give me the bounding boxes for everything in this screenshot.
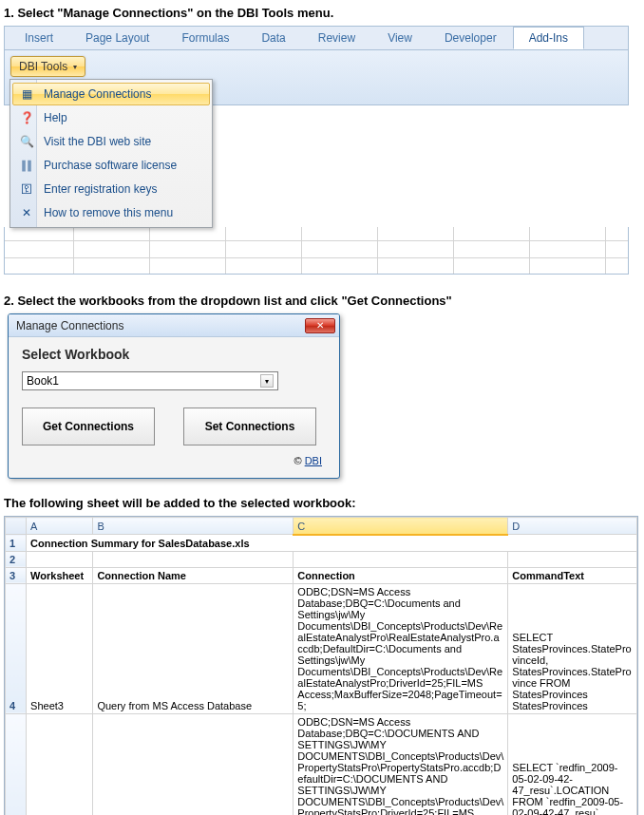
ribbon-tab-review[interactable]: Review bbox=[302, 27, 371, 49]
ribbon-tab-view[interactable]: View bbox=[371, 27, 428, 49]
result-spreadsheet: ABCD1Connection Summary for SalesDatabas… bbox=[4, 516, 638, 815]
sheet-cell[interactable]: Connection Name bbox=[93, 567, 294, 583]
ribbon-tab-insert[interactable]: Insert bbox=[9, 27, 69, 49]
row-header[interactable]: 5 bbox=[6, 713, 27, 815]
spreadsheet-grid-edge bbox=[4, 227, 629, 275]
ribbon-tab-page-layout[interactable]: Page Layout bbox=[69, 27, 165, 49]
menu-item-enter-registration-keys[interactable]: ⚿Enter registration keys bbox=[12, 178, 210, 200]
how-to-remove-this-menu-icon: ✕ bbox=[17, 206, 36, 219]
sheet-cell[interactable]: CommandText bbox=[508, 567, 637, 583]
dropdown-arrow-icon: ▾ bbox=[73, 63, 77, 71]
ribbon-tab-add-ins[interactable]: Add-Ins bbox=[513, 27, 584, 49]
workbook-dropdown-value: Book1 bbox=[27, 374, 260, 388]
sheet-cell[interactable]: SELECT StatesProvinces.StateProvinceId, … bbox=[508, 583, 637, 713]
sheet-cell[interactable]: ODBC;DSN=MS Access Database;DBQ=C:\Docum… bbox=[294, 583, 508, 713]
menu-item-label: Enter registration keys bbox=[44, 182, 157, 196]
dbi-link[interactable]: DBI bbox=[305, 455, 322, 466]
menu-item-visit-the-dbi-web-site[interactable]: 🔍Visit the DBI web site bbox=[12, 130, 210, 153]
ribbon-tab-developer[interactable]: Developer bbox=[428, 27, 513, 49]
sheet-cell[interactable]: Connection bbox=[294, 567, 508, 583]
close-button[interactable]: ✕ bbox=[305, 318, 335, 333]
dialog-titlebar: Manage Connections ✕ bbox=[9, 314, 339, 337]
step2-heading: 2. Select the workbooks from the dropdow… bbox=[4, 294, 640, 308]
workbook-dropdown[interactable]: Book1 ▾ bbox=[22, 371, 278, 390]
sheet-cell[interactable] bbox=[93, 551, 294, 567]
menu-item-label: How to remove this menu bbox=[44, 206, 173, 219]
dbi-tools-dropdown: ▦Manage Connections❓Help🔍Visit the DBI w… bbox=[9, 79, 213, 228]
sheet-cell[interactable]: Sheet1 bbox=[27, 713, 93, 815]
enter-registration-keys-icon: ⚿ bbox=[17, 182, 36, 196]
col-header-C[interactable]: C bbox=[294, 518, 508, 535]
select-workbook-label: Select Workbook bbox=[22, 347, 326, 362]
sheet-cell[interactable]: ODBC;DSN=MS Access Database;DBQ=C:\DOCUM… bbox=[294, 713, 508, 815]
sheet-cell[interactable] bbox=[294, 551, 508, 567]
row-header[interactable]: 3 bbox=[6, 567, 27, 583]
sheet-cell[interactable]: Worksheet bbox=[27, 567, 93, 583]
copyright-line: © DBI bbox=[22, 455, 326, 470]
set-connections-button[interactable]: Set Connections bbox=[183, 408, 316, 445]
menu-item-how-to-remove-this-menu[interactable]: ✕How to remove this menu bbox=[12, 201, 210, 224]
chevron-down-icon: ▾ bbox=[260, 374, 274, 388]
col-header-A[interactable]: A bbox=[27, 518, 93, 535]
menu-item-help[interactable]: ❓Help bbox=[12, 106, 210, 129]
menu-item-label: Manage Connections bbox=[44, 87, 151, 101]
ribbon-tabs: InsertPage LayoutFormulasDataReviewViewD… bbox=[5, 27, 628, 49]
ribbon-tab-data[interactable]: Data bbox=[245, 27, 301, 49]
row-header[interactable]: 2 bbox=[6, 551, 27, 567]
sheet-title-cell[interactable]: Connection Summary for SalesDatabase.xls bbox=[27, 535, 637, 552]
col-header-B[interactable]: B bbox=[93, 518, 294, 535]
sheet-cell[interactable]: Query from MS Access Database bbox=[93, 583, 294, 713]
result-intro: The following sheet will be added to the… bbox=[4, 496, 640, 510]
menu-item-purchase-software-license[interactable]: ∥∥Purchase software license bbox=[12, 154, 210, 177]
row-header[interactable]: 4 bbox=[6, 583, 27, 713]
get-connections-button[interactable]: Get Connections bbox=[22, 408, 155, 445]
sheet-cell[interactable] bbox=[27, 551, 93, 567]
visit-the-dbi-web-site-icon: 🔍 bbox=[17, 135, 36, 148]
step1-heading: 1. Select "Manage Connections" on the DB… bbox=[4, 6, 640, 20]
close-icon: ✕ bbox=[316, 320, 324, 331]
dialog-title: Manage Connections bbox=[16, 319, 123, 332]
copyright-symbol: © bbox=[294, 455, 304, 466]
manage-connections-dialog: Manage Connections ✕ Select Workbook Boo… bbox=[8, 313, 340, 479]
sheet-cell[interactable]: Sheet3 bbox=[27, 583, 93, 713]
sheet-cell[interactable]: SELECT `redfin_2009-05-02-09-42-47_resu`… bbox=[508, 713, 637, 815]
sheet-corner[interactable] bbox=[6, 518, 27, 535]
menu-item-manage-connections[interactable]: ▦Manage Connections bbox=[12, 83, 210, 105]
manage-connections-icon: ▦ bbox=[17, 87, 36, 101]
menu-item-label: Visit the DBI web site bbox=[44, 135, 151, 148]
help-icon: ❓ bbox=[17, 111, 36, 124]
dbi-tools-label: DBI Tools bbox=[19, 60, 67, 73]
sheet-cell[interactable]: Table_Query_from_MS_Access_Database bbox=[93, 713, 294, 815]
purchase-software-license-icon: ∥∥ bbox=[17, 159, 36, 172]
sheet-cell[interactable] bbox=[508, 551, 637, 567]
dbi-tools-button[interactable]: DBI Tools ▾ bbox=[10, 56, 85, 77]
ribbon-tab-formulas[interactable]: Formulas bbox=[165, 27, 245, 49]
row-header[interactable]: 1 bbox=[6, 535, 27, 552]
menu-item-label: Help bbox=[44, 111, 67, 124]
menu-item-label: Purchase software license bbox=[44, 159, 177, 172]
col-header-D[interactable]: D bbox=[508, 518, 637, 535]
